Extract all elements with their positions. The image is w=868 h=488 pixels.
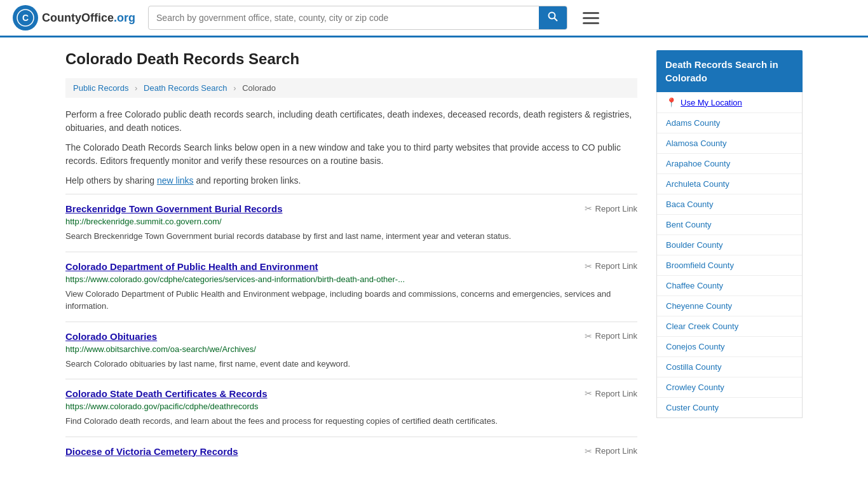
record-url: http://breckenridge.summit.co.govern.com…	[65, 217, 637, 226]
breadcrumb-link-death-records[interactable]: Death Records Search	[144, 83, 227, 93]
sidebar-county-link[interactable]: Cheyenne County	[666, 301, 732, 311]
logo-icon: C	[13, 5, 38, 30]
sidebar-item-archuleta[interactable]: Archuleta County	[657, 174, 802, 194]
main-content: Colorado Death Records Search Public Rec…	[65, 50, 637, 468]
report-link-label: Report Link	[595, 331, 637, 341]
breadcrumb: Public Records › Death Records Search › …	[65, 78, 637, 98]
record-desc: View Colorado Department of Public Healt…	[65, 288, 637, 313]
sidebar-item-cheyenne[interactable]: Cheyenne County	[657, 296, 802, 316]
sidebar-county-link[interactable]: Clear Creek County	[666, 322, 738, 331]
report-link-label: Report Link	[595, 261, 637, 271]
sidebar-item-clear-creek[interactable]: Clear Creek County	[657, 316, 802, 337]
sidebar-county-link[interactable]: Broomfield County	[666, 261, 734, 270]
record-title[interactable]: Breckenridge Town Government Burial Reco…	[65, 203, 282, 214]
report-link-label: Report Link	[595, 204, 637, 214]
sidebar-county-link[interactable]: Crowley County	[666, 383, 724, 392]
hamburger-line	[583, 22, 599, 24]
sidebar-item-adams[interactable]: Adams County	[657, 113, 802, 133]
hamburger-line	[583, 12, 599, 14]
search-icon	[548, 11, 558, 22]
intro-text-2: The Colorado Death Records Search links …	[65, 141, 637, 168]
sidebar-item-alamosa[interactable]: Alamosa County	[657, 133, 802, 154]
search-button[interactable]	[539, 6, 567, 29]
breadcrumb-sep: ›	[135, 83, 137, 93]
report-link-button[interactable]: ✂ Report Link	[585, 446, 637, 456]
report-link-label: Report Link	[595, 389, 637, 398]
menu-button[interactable]	[580, 10, 602, 27]
sidebar-county-link[interactable]: Adams County	[666, 118, 720, 128]
sidebar-item-conejos[interactable]: Conejos County	[657, 337, 802, 357]
breadcrumb-sep: ›	[233, 83, 236, 93]
sidebar-item-broomfield[interactable]: Broomfield County	[657, 255, 802, 276]
location-icon: 📍	[666, 97, 677, 107]
record-desc: Search Colorado obituaries by last name,…	[65, 358, 637, 370]
record-url: https://www.colorado.gov/cdphe/categorie…	[65, 274, 637, 284]
sidebar-county-link[interactable]: Custer County	[666, 403, 719, 412]
record-desc: Search Breckenridge Town Government buri…	[65, 230, 637, 243]
site-logo[interactable]: C CountyOffice.org	[13, 5, 135, 30]
sidebar: Death Records Search in Colorado 📍 Use M…	[656, 50, 803, 468]
sidebar-county-link[interactable]: Chaffee County	[666, 281, 723, 290]
report-icon: ✂	[585, 388, 592, 398]
record-desc: Find Colorado death records, and learn a…	[65, 415, 637, 428]
record-entry: Colorado Department of Public Health and…	[65, 252, 637, 322]
record-title[interactable]: Diocese of Victoria Cemetery Records	[65, 446, 238, 457]
hamburger-line	[583, 17, 599, 19]
svg-line-3	[555, 18, 558, 22]
sidebar-county-link[interactable]: Archuleta County	[666, 179, 729, 189]
intro-text-1: Perform a free Colorado public death rec…	[65, 108, 637, 135]
record-title[interactable]: Colorado Department of Public Health and…	[65, 261, 318, 272]
sidebar-county-link[interactable]: Costilla County	[666, 362, 721, 372]
report-link-label: Report Link	[595, 446, 637, 456]
search-input[interactable]	[149, 8, 539, 28]
sidebar-county-link[interactable]: Alamosa County	[666, 139, 726, 148]
report-icon: ✂	[585, 261, 592, 271]
report-icon: ✂	[585, 446, 592, 456]
logo-text: CountyOffice.org	[42, 11, 135, 25]
record-url: https://www.colorado.gov/pacific/cdphe/d…	[65, 402, 637, 411]
record-entry: Breckenridge Town Government Burial Reco…	[65, 194, 637, 252]
record-entry: Colorado State Death Certificates & Reco…	[65, 379, 637, 437]
breadcrumb-link-public-records[interactable]: Public Records	[73, 83, 128, 93]
sidebar-county-link[interactable]: Arapahoe County	[666, 159, 730, 168]
record-url: http://www.obitsarchive.com/oa-search/we…	[65, 344, 637, 354]
record-title[interactable]: Colorado State Death Certificates & Reco…	[65, 388, 268, 399]
page-title: Colorado Death Records Search	[65, 50, 637, 68]
sidebar-item-costilla[interactable]: Costilla County	[657, 357, 802, 377]
sidebar-item-crowley[interactable]: Crowley County	[657, 377, 802, 398]
sidebar-county-link[interactable]: Boulder County	[666, 240, 723, 250]
sidebar-item-boulder[interactable]: Boulder County	[657, 235, 802, 255]
new-links-link[interactable]: new links	[157, 175, 194, 186]
intro-text-3: Help others by sharing new links and rep…	[65, 174, 637, 187]
breadcrumb-current: Colorado	[242, 83, 276, 93]
svg-text:C: C	[22, 13, 29, 23]
svg-point-2	[549, 13, 555, 19]
use-my-location-link[interactable]: Use My Location	[681, 98, 742, 107]
record-entry: Diocese of Victoria Cemetery Records ✂ R…	[65, 437, 637, 468]
report-link-button[interactable]: ✂ Report Link	[585, 261, 637, 271]
report-icon: ✂	[585, 331, 592, 341]
search-bar	[148, 6, 567, 30]
sidebar-item-chaffee[interactable]: Chaffee County	[657, 276, 802, 296]
report-link-button[interactable]: ✂ Report Link	[585, 388, 637, 398]
report-link-button[interactable]: ✂ Report Link	[585, 203, 637, 214]
sidebar-item-custer[interactable]: Custer County	[657, 398, 802, 417]
report-icon: ✂	[585, 203, 592, 214]
sidebar-county-link[interactable]: Baca County	[666, 200, 713, 209]
sidebar-item-arapahoe[interactable]: Arapahoe County	[657, 154, 802, 174]
sidebar-item-bent[interactable]: Bent County	[657, 215, 802, 235]
sidebar-list: 📍 Use My Location Adams County Alamosa C…	[656, 92, 803, 418]
record-title[interactable]: Colorado Obituaries	[65, 331, 157, 342]
sidebar-item-baca[interactable]: Baca County	[657, 194, 802, 215]
logo-ext: .org	[114, 11, 135, 24]
sidebar-header: Death Records Search in Colorado	[656, 50, 803, 92]
sidebar-county-link[interactable]: Bent County	[666, 220, 712, 229]
sidebar-county-link[interactable]: Conejos County	[666, 342, 725, 351]
record-entry: Colorado Obituaries ✂ Report Link http:/…	[65, 322, 637, 379]
report-link-button[interactable]: ✂ Report Link	[585, 331, 637, 341]
sidebar-use-my-location[interactable]: 📍 Use My Location	[657, 92, 802, 113]
